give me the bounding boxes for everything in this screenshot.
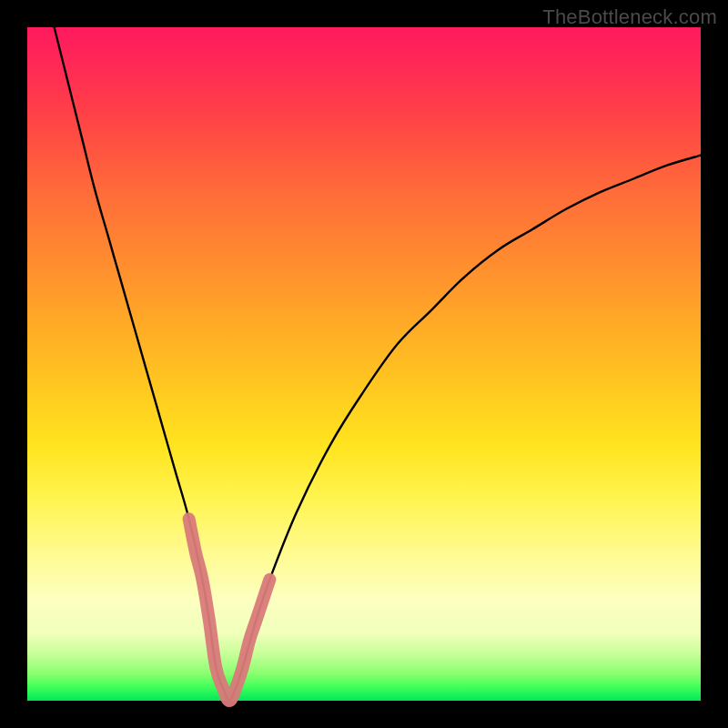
bottleneck-curve bbox=[55, 27, 701, 701]
chart-frame: TheBottleneck.com bbox=[0, 0, 728, 728]
watermark-text: TheBottleneck.com bbox=[542, 5, 717, 29]
curve-svg bbox=[27, 27, 701, 701]
highlight-band bbox=[189, 519, 270, 701]
plot-area bbox=[27, 27, 701, 701]
